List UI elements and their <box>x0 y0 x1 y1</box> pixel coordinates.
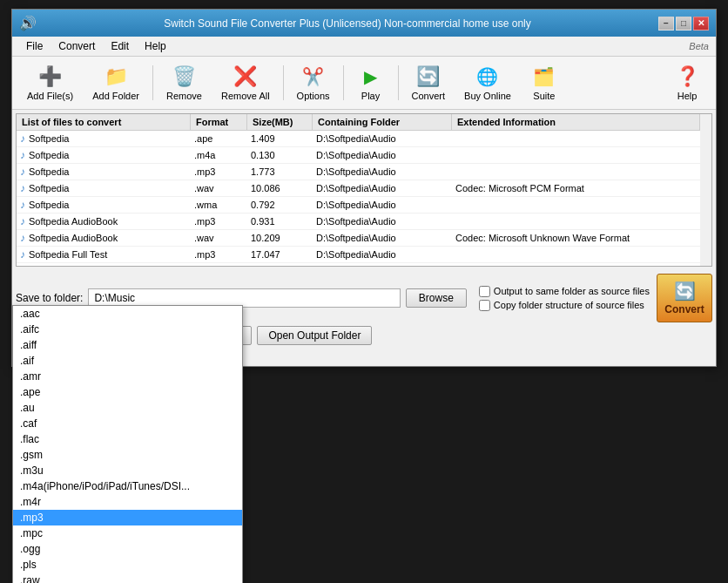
file-size: 0.130 <box>247 150 313 160</box>
file-folder: D:\Softpedia\Audio <box>313 166 452 177</box>
file-format: .ape <box>191 133 247 144</box>
col-header-info: Extended Information <box>452 114 700 130</box>
file-name: Softpedia <box>29 183 69 193</box>
file-size: 1.409 <box>247 133 313 144</box>
dropdown-item[interactable]: .aifc <box>13 322 242 337</box>
same-folder-row: Output to same folder as source files <box>479 286 650 297</box>
options-button[interactable]: ✂️ Options <box>289 60 338 105</box>
file-name: Softpedia AudioBook <box>29 233 118 243</box>
file-size: 0.792 <box>247 200 313 210</box>
table-row[interactable]: ♪ Softpedia .wav 10.086 D:\Softpedia\Aud… <box>17 180 700 197</box>
dropdown-item[interactable]: .raw <box>13 573 242 583</box>
dropdown-item[interactable]: .m3u <box>13 463 242 478</box>
convert-big-icon: 🔄 <box>674 281 696 302</box>
title-bar-buttons: − □ ✕ <box>658 17 709 31</box>
open-output-folder-button[interactable]: Open Output Folder <box>257 326 372 345</box>
table-row[interactable]: ♪ Softpedia AudioBook .wav 10.209 D:\Sof… <box>17 230 700 247</box>
options-icon: ✂️ <box>302 66 324 87</box>
format-dropdown[interactable]: .aac.aifc.aiff.aif.amr.ape.au.caf.flac.g… <box>12 305 243 583</box>
dropdown-item[interactable]: .gsm <box>13 447 242 463</box>
table-row[interactable]: ♪ Softpedia .mp3 1.773 D:\Softpedia\Audi… <box>17 164 700 180</box>
file-info: Codec: Microsoft Unknown Wave Format <box>452 233 700 243</box>
toolbar-separator-4 <box>398 65 399 100</box>
dropdown-item[interactable]: .mpc <box>13 525 242 541</box>
dropdown-item[interactable]: .amr <box>13 369 242 384</box>
table-row[interactable]: ♪ Softpedia .ape 1.409 D:\Softpedia\Audi… <box>17 131 700 147</box>
file-folder: D:\Softpedia\Audio <box>313 249 452 260</box>
toolbar-separator-2 <box>283 65 284 100</box>
file-info: Codec: Microsoft PCM Format <box>452 183 700 193</box>
dropdown-item[interactable]: .ape <box>13 384 242 400</box>
file-folder: D:\Softpedia\Audio <box>313 183 452 193</box>
minimize-button[interactable]: − <box>658 17 674 31</box>
help-icon: ❓ <box>676 65 699 88</box>
toolbar: ➕ Add File(s) 📁 Add Folder 🗑️ Remove ❌ R… <box>12 57 716 110</box>
dropdown-item[interactable]: .flac <box>13 431 242 447</box>
file-name: Softpedia <box>29 166 69 177</box>
dropdown-item[interactable]: .au <box>13 400 242 416</box>
play-icon: ▶ <box>364 66 377 87</box>
file-format: .wav <box>191 233 247 243</box>
right-side: Output to same folder as source files Co… <box>472 274 712 322</box>
buy-online-button[interactable]: 🌐 Buy Online <box>456 60 519 105</box>
menu-convert[interactable]: Convert <box>51 38 102 54</box>
file-list-wrapper: List of files to convert Format Size(MB)… <box>12 110 716 270</box>
table-row[interactable]: ♪ Softpedia .m4a 0.130 D:\Softpedia\Audi… <box>17 147 700 164</box>
file-icon: ♪ <box>20 232 25 244</box>
file-size: 17.047 <box>247 249 313 260</box>
maximize-button[interactable]: □ <box>676 17 691 31</box>
convert-toolbar-icon: 🔄 <box>416 65 440 88</box>
menu-items: File Convert Edit Help <box>19 38 173 54</box>
dropdown-item[interactable]: .ogg <box>13 541 242 557</box>
add-folder-button[interactable]: 📁 Add Folder <box>84 60 147 105</box>
menu-bar: File Convert Edit Help Beta <box>12 37 716 57</box>
add-files-button[interactable]: ➕ Add File(s) <box>19 60 81 105</box>
file-name: Softpedia <box>29 150 69 160</box>
dropdown-item[interactable]: .mp3 <box>13 510 242 525</box>
dropdown-item[interactable]: .aac <box>13 306 242 322</box>
suite-button[interactable]: 🗂️ Suite <box>522 60 566 105</box>
dropdown-item[interactable]: .aif <box>13 353 242 369</box>
file-rows[interactable]: ♪ Softpedia .ape 1.409 D:\Softpedia\Audi… <box>17 131 700 266</box>
title-bar: 🔊 Switch Sound File Converter Plus (Unli… <box>12 10 716 37</box>
dropdown-item[interactable]: .caf <box>13 416 242 431</box>
remove-button[interactable]: 🗑️ Remove <box>158 60 210 105</box>
file-folder: D:\Softpedia\Audio <box>313 216 452 227</box>
col-header-format: Format <box>191 114 247 130</box>
close-button[interactable]: ✕ <box>693 17 709 31</box>
file-icon: ♪ <box>20 149 25 161</box>
menu-help[interactable]: Help <box>138 38 173 54</box>
table-row[interactable]: ♪ Softpedia .wma 0.792 D:\Softpedia\Audi… <box>17 197 700 214</box>
dropdown-item[interactable]: .m4r <box>13 494 242 510</box>
dropdown-item[interactable]: .aiff <box>13 337 242 353</box>
help-button[interactable]: ❓ Help <box>665 60 709 105</box>
menu-file[interactable]: File <box>19 38 50 54</box>
col-header-folder: Containing Folder <box>313 114 452 130</box>
remove-all-icon: ❌ <box>233 65 257 88</box>
menu-edit[interactable]: Edit <box>104 38 136 54</box>
file-folder: D:\Softpedia\Audio <box>313 233 452 243</box>
file-format: .mp3 <box>191 216 247 227</box>
dropdown-item[interactable]: .m4a(iPhone/iPod/iPad/iTunes/DSI... <box>13 478 242 494</box>
col-header-size: Size(MB) <box>247 114 313 130</box>
toolbar-separator-3 <box>343 65 344 100</box>
file-size: 10.086 <box>247 183 313 193</box>
browse-button[interactable]: Browse <box>406 288 467 308</box>
copy-structure-checkbox[interactable] <box>479 300 490 311</box>
toolbar-separator-1 <box>152 65 153 100</box>
dropdown-item[interactable]: .pls <box>13 557 242 573</box>
scrollbar[interactable] <box>700 113 712 267</box>
play-button[interactable]: ▶ Play <box>349 60 393 105</box>
remove-icon: 🗑️ <box>172 65 196 88</box>
file-format: .wma <box>191 200 247 210</box>
remove-all-button[interactable]: ❌ Remove All <box>213 60 278 105</box>
file-icon: ♪ <box>20 199 25 211</box>
convert-toolbar-button[interactable]: 🔄 Convert <box>404 60 454 105</box>
same-folder-checkbox[interactable] <box>479 286 490 297</box>
file-format: .m4a <box>191 150 247 160</box>
copy-structure-row: Copy folder structure of source files <box>479 300 650 311</box>
convert-big-button[interactable]: 🔄 Convert <box>657 274 712 322</box>
table-row[interactable]: ♪ Softpedia AudioBook .mp3 0.931 D:\Soft… <box>17 214 700 230</box>
table-row[interactable]: ♪ Softpedia Full Test .mp3 17.047 D:\Sof… <box>17 247 700 263</box>
file-area: List of files to convert Format Size(MB)… <box>16 113 700 267</box>
